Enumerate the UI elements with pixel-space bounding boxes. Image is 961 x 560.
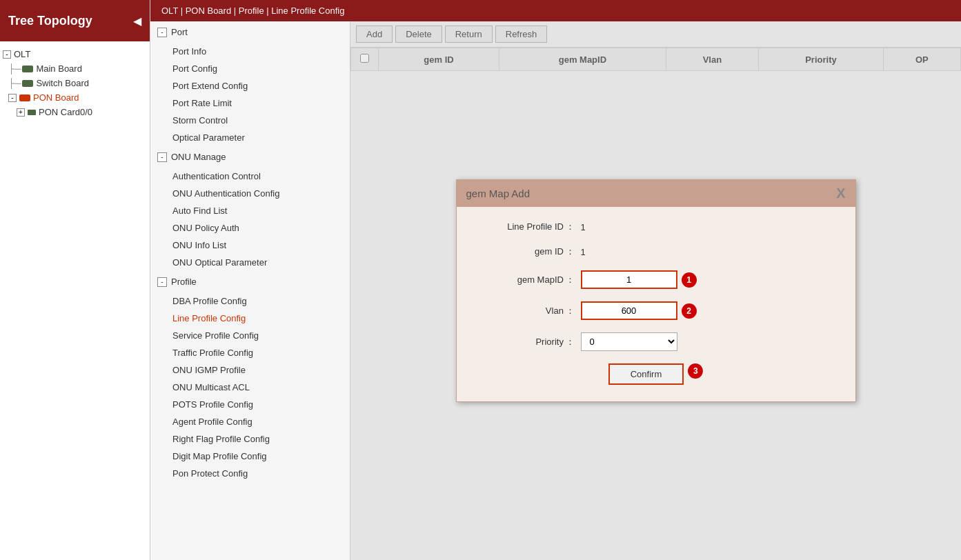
breadcrumb: OLT | PON Board | Profile | Line Profile… bbox=[150, 0, 961, 21]
modal-confirm-row: Confirm 3 bbox=[477, 363, 835, 385]
step-badge-1: 1 bbox=[682, 272, 697, 288]
modal-overlay: gem Map Add X Line Profile ID ： 1 gem bbox=[350, 21, 961, 560]
menu-item-service-profile-config[interactable]: Service Profile Config bbox=[150, 327, 350, 344]
gem-mapid-label: gem MapID ： bbox=[477, 274, 581, 286]
menu-item-onu-igmp-profile[interactable]: ONU IGMP Profile bbox=[150, 361, 350, 379]
confirm-button[interactable]: Confirm bbox=[608, 363, 684, 385]
modal-title: gem Map Add bbox=[466, 188, 531, 199]
pon-board-icon bbox=[19, 94, 30, 101]
sidebar-header: Tree Topology ◀ bbox=[0, 0, 150, 41]
menu-item-optical-parameter[interactable]: Optical Parameter bbox=[150, 129, 350, 146]
onu-manage-section-label: ONU Manage bbox=[171, 152, 226, 162]
sidebar-item-olt[interactable]: - OLT bbox=[0, 47, 150, 61]
menu-item-port-rate-limit[interactable]: Port Rate Limit bbox=[150, 94, 350, 112]
gem-mapid-input[interactable] bbox=[581, 270, 677, 289]
middle-panel: - Port Port Info Port Config Port Extend… bbox=[150, 21, 350, 560]
main-board-icon bbox=[22, 66, 33, 72]
line-profile-id-value: 1 bbox=[581, 222, 586, 232]
onu-manage-section-header[interactable]: - ONU Manage bbox=[150, 146, 350, 168]
vlan-input[interactable] bbox=[581, 301, 677, 320]
sidebar-item-main-board[interactable]: ├─ Main Board bbox=[0, 61, 150, 76]
tree-line-1: ├─ bbox=[8, 63, 21, 74]
gem-id-label: gem ID ： bbox=[477, 246, 581, 258]
menu-item-onu-auth-config[interactable]: ONU Authentication Config bbox=[150, 185, 350, 202]
profile-section-label: Profile bbox=[171, 277, 197, 287]
profile-section-header[interactable]: - Profile bbox=[150, 271, 350, 292]
priority-select[interactable]: 0 1 2 3 4 5 6 7 bbox=[581, 332, 677, 351]
main-board-label: Main Board bbox=[36, 63, 81, 74]
menu-item-port-info[interactable]: Port Info bbox=[150, 43, 350, 60]
olt-toggle[interactable]: - bbox=[3, 50, 11, 59]
menu-item-port-extend-config[interactable]: Port Extend Config bbox=[150, 77, 350, 94]
menu-item-onu-optical-parameter[interactable]: ONU Optical Parameter bbox=[150, 254, 350, 271]
sidebar-item-pon-board[interactable]: - PON Board bbox=[0, 90, 150, 105]
sidebar-item-pon-card[interactable]: + PON Card0/0 bbox=[0, 105, 150, 119]
modal-close-button[interactable]: X bbox=[836, 186, 845, 201]
sidebar-tree: - OLT ├─ Main Board ├─ Switch Board - PO… bbox=[0, 41, 150, 125]
step-badge-2: 2 bbox=[682, 303, 697, 319]
modal-title-bar: gem Map Add X bbox=[457, 180, 855, 207]
vlan-label: Vlan ： bbox=[477, 305, 581, 317]
right-panel: Add Delete Return Refresh gem ID bbox=[350, 21, 961, 560]
pon-board-toggle[interactable]: - bbox=[8, 94, 17, 102]
menu-item-digit-map-profile-config[interactable]: Digit Map Profile Config bbox=[150, 448, 350, 465]
onu-manage-toggle[interactable]: - bbox=[157, 152, 167, 162]
sidebar-collapse-icon[interactable]: ◀ bbox=[133, 14, 141, 28]
menu-item-dba-profile-config[interactable]: DBA Profile Config bbox=[150, 292, 350, 310]
menu-item-port-config[interactable]: Port Config bbox=[150, 60, 350, 77]
menu-item-agent-profile-config[interactable]: Agent Profile Config bbox=[150, 413, 350, 430]
switch-board-label: Switch Board bbox=[36, 78, 89, 88]
menu-item-pots-profile-config[interactable]: POTS Profile Config bbox=[150, 396, 350, 413]
menu-item-right-flag-profile-config[interactable]: Right Flag Profile Config bbox=[150, 430, 350, 448]
menu-item-auto-find-list[interactable]: Auto Find List bbox=[150, 202, 350, 219]
menu-item-onu-policy-auth[interactable]: ONU Policy Auth bbox=[150, 219, 350, 237]
gem-map-add-modal: gem Map Add X Line Profile ID ： 1 gem bbox=[456, 179, 856, 402]
menu-item-traffic-profile-config[interactable]: Traffic Profile Config bbox=[150, 344, 350, 361]
menu-item-onu-multicast-acl[interactable]: ONU Multicast ACL bbox=[150, 379, 350, 396]
menu-item-storm-control[interactable]: Storm Control bbox=[150, 112, 350, 129]
port-toggle[interactable]: - bbox=[157, 28, 167, 37]
pon-card-label: PON Card0/0 bbox=[39, 107, 92, 117]
menu-item-onu-info-list[interactable]: ONU Info List bbox=[150, 237, 350, 254]
modal-body: Line Profile ID ： 1 gem ID ： 1 gem MapID… bbox=[457, 207, 855, 401]
step-badge-3: 3 bbox=[688, 363, 703, 379]
menu-item-line-profile-config[interactable]: Line Profile Config bbox=[150, 310, 350, 327]
sidebar: Tree Topology ◀ - OLT ├─ Main Board ├─ S… bbox=[0, 0, 150, 560]
modal-row-gem-mapid: gem MapID ： 1 bbox=[477, 270, 835, 289]
sidebar-title: Tree Topology bbox=[8, 14, 92, 28]
sidebar-item-switch-board[interactable]: ├─ Switch Board bbox=[0, 76, 150, 90]
menu-item-pon-protect-config[interactable]: Pon Protect Config bbox=[150, 465, 350, 482]
modal-row-priority: Priority ： 0 1 2 3 4 5 6 7 bbox=[477, 332, 835, 351]
pon-board-label: PON Board bbox=[33, 92, 79, 103]
modal-row-line-profile-id: Line Profile ID ： 1 bbox=[477, 221, 835, 233]
modal-row-gem-id: gem ID ： 1 bbox=[477, 246, 835, 258]
pon-card-icon bbox=[28, 110, 36, 115]
profile-toggle[interactable]: - bbox=[157, 277, 167, 287]
pon-card-toggle[interactable]: + bbox=[17, 108, 25, 117]
switch-board-icon bbox=[22, 80, 33, 87]
priority-label: Priority ： bbox=[477, 336, 581, 348]
modal-row-vlan: Vlan ： 2 bbox=[477, 301, 835, 320]
tree-line-2: ├─ bbox=[8, 78, 21, 88]
menu-item-auth-control[interactable]: Authentication Control bbox=[150, 168, 350, 185]
olt-label: OLT bbox=[14, 49, 30, 59]
port-section-label: Port bbox=[171, 27, 188, 37]
line-profile-id-label: Line Profile ID ： bbox=[477, 221, 581, 233]
gem-id-value: 1 bbox=[581, 247, 586, 257]
port-section-header[interactable]: - Port bbox=[150, 21, 350, 43]
